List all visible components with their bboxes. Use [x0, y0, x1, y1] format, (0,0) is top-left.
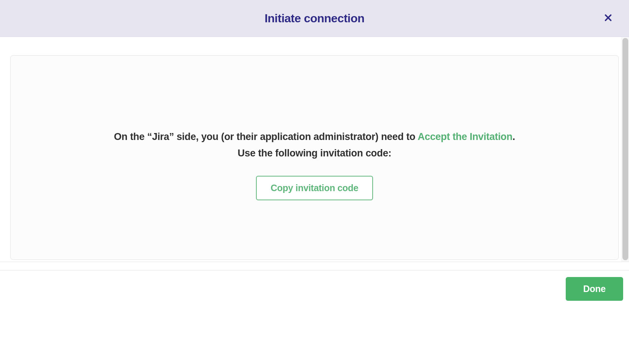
instruction-suffix: .	[512, 131, 515, 142]
modal-body: On the “Jira” side, you (or their applic…	[0, 37, 629, 262]
modal-title: Initiate connection	[264, 12, 364, 25]
close-icon	[604, 14, 612, 23]
copy-invitation-code-button[interactable]: Copy invitation code	[256, 176, 373, 200]
accept-invitation-link[interactable]: Accept the Invitation	[418, 131, 512, 142]
modal-divider	[0, 262, 629, 270]
scrollbar-thumb[interactable]	[622, 38, 628, 260]
instruction-text: On the “Jira” side, you (or their applic…	[33, 129, 596, 145]
done-button[interactable]: Done	[566, 277, 623, 301]
content-card: On the “Jira” side, you (or their applic…	[10, 55, 619, 260]
instruction-prefix: On the “Jira” side, you (or their applic…	[114, 131, 418, 142]
modal-footer: Done	[0, 270, 629, 307]
modal-header: Initiate connection	[0, 0, 629, 37]
close-button[interactable]	[601, 11, 615, 26]
secondary-instruction: Use the following invitation code:	[33, 148, 596, 159]
